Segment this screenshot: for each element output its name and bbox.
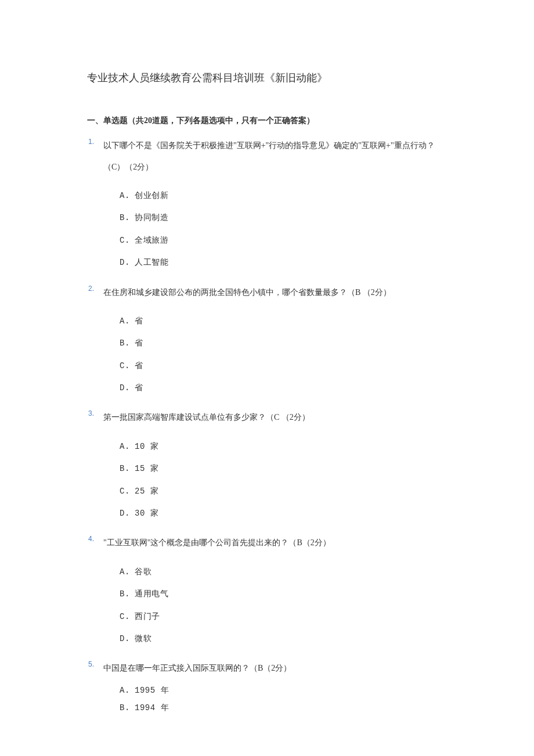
- option-text: 30 家: [135, 509, 158, 518]
- option: B.协同制造: [120, 211, 447, 224]
- option-label: A.: [120, 566, 135, 578]
- option-text: 1995 年: [135, 686, 169, 695]
- options-list: A.10 家B.15 家C.25 家D.30 家: [103, 440, 447, 520]
- option-text: 全域旅游: [135, 236, 168, 245]
- option-text: 通用电气: [135, 589, 168, 599]
- question: 4."工业互联网"这个概念是由哪个公司首先提出来的？（B（2分）A.谷歌B.通用…: [87, 532, 447, 645]
- option: D.微软: [120, 632, 447, 645]
- question: 1.以下哪个不是《国务院关于积极推进"互联网+"行动的指导意见》确定的"互联网+…: [87, 135, 447, 269]
- option-label: D.: [120, 632, 135, 645]
- option-text: 谷歌: [135, 567, 151, 577]
- question-text: 第一批国家高端智库建设试点单位有多少家？（C （2分）: [103, 407, 447, 428]
- options-list: A.省B.省C.省D.省: [103, 315, 447, 395]
- option-label: C.: [120, 234, 135, 247]
- option-text: 25 家: [135, 487, 158, 496]
- option-label: B.: [120, 211, 135, 224]
- section-header: 一、单选题（共20道题，下列各题选项中，只有一个正确答案）: [87, 114, 447, 127]
- option-label: C.: [120, 485, 135, 498]
- option: C.25 家: [120, 485, 447, 498]
- option-label: A.: [120, 189, 135, 202]
- option: A.10 家: [120, 440, 447, 453]
- option-text: 15 家: [135, 464, 158, 473]
- page-title: 专业技术人员继续教育公需科目培训班《新旧动能》: [87, 70, 447, 87]
- option-text: 省: [135, 361, 143, 370]
- option-label: C.: [120, 359, 135, 372]
- question-number: 2.: [88, 283, 94, 294]
- option-text: 省: [135, 339, 143, 348]
- questions-container: 1.以下哪个不是《国务院关于积极推进"互联网+"行动的指导意见》确定的"互联网+…: [87, 135, 447, 714]
- option-label: A.: [120, 684, 135, 697]
- option-text: 创业创新: [135, 191, 168, 200]
- question-number: 3.: [88, 408, 94, 419]
- option-label: B.: [120, 701, 135, 714]
- option-text: 微软: [135, 634, 151, 643]
- option-label: B.: [120, 337, 135, 350]
- option-text: 人工智能: [135, 258, 168, 267]
- option-label: D.: [120, 381, 135, 394]
- option: A.创业创新: [120, 189, 447, 202]
- option-text: 10 家: [135, 442, 158, 451]
- option: D.人工智能: [120, 256, 447, 269]
- option-text: 西门子: [135, 612, 160, 621]
- option: A.谷歌: [120, 566, 447, 578]
- option: D.省: [120, 381, 447, 394]
- option-text: 协同制造: [135, 213, 168, 222]
- option: C.全域旅游: [120, 234, 447, 247]
- option-label: C.: [120, 610, 135, 623]
- question-number: 1.: [88, 136, 94, 147]
- option-label: B.: [120, 588, 135, 600]
- option: A.省: [120, 315, 447, 327]
- option: C.省: [120, 359, 447, 372]
- question: 2.在住房和城乡建设部公布的两批全国特色小镇中，哪个省数量最多？（B （2分）A…: [87, 282, 447, 395]
- option: B.省: [120, 337, 447, 350]
- question-text: 以下哪个不是《国务院关于积极推进"互联网+"行动的指导意见》确定的"互联网+"重…: [103, 135, 447, 178]
- options-list: A.1995 年B.1994 年: [103, 684, 447, 715]
- option-label: D.: [120, 256, 135, 269]
- options-list: A.创业创新B.协同制造C.全域旅游D.人工智能: [103, 189, 447, 269]
- option-label: D.: [120, 507, 135, 520]
- option-label: A.: [120, 315, 135, 327]
- question-text: 中国是在哪一年正式接入国际互联网的？（B（2分）: [103, 658, 447, 679]
- question-text: "工业互联网"这个概念是由哪个公司首先提出来的？（B（2分）: [103, 532, 447, 553]
- option: D.30 家: [120, 507, 447, 520]
- question-text: 在住房和城乡建设部公布的两批全国特色小镇中，哪个省数量最多？（B （2分）: [103, 282, 447, 303]
- options-list: A.谷歌B.通用电气C.西门子D.微软: [103, 566, 447, 646]
- question-number: 4.: [88, 534, 94, 545]
- option-label: A.: [120, 440, 135, 453]
- option: C.西门子: [120, 610, 447, 623]
- question: 3.第一批国家高端智库建设试点单位有多少家？（C （2分）A.10 家B.15 …: [87, 407, 447, 520]
- option-text: 省: [135, 383, 143, 393]
- question: 5.中国是在哪一年正式接入国际互联网的？（B（2分）A.1995 年B.1994…: [87, 658, 447, 714]
- option: B.15 家: [120, 462, 447, 475]
- option: A.1995 年: [120, 684, 447, 697]
- option: B.1994 年: [120, 701, 447, 714]
- option: B.通用电气: [120, 588, 447, 600]
- option-label: B.: [120, 462, 135, 475]
- question-number: 5.: [88, 659, 94, 670]
- option-text: 1994 年: [135, 703, 169, 712]
- option-text: 省: [135, 316, 143, 326]
